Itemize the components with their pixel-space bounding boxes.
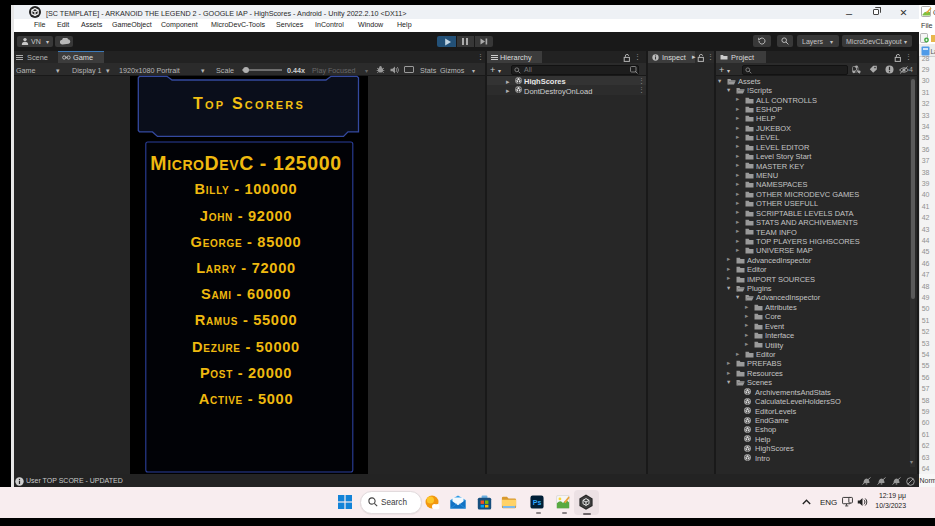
svg-text:Ps: Ps [533, 499, 542, 506]
